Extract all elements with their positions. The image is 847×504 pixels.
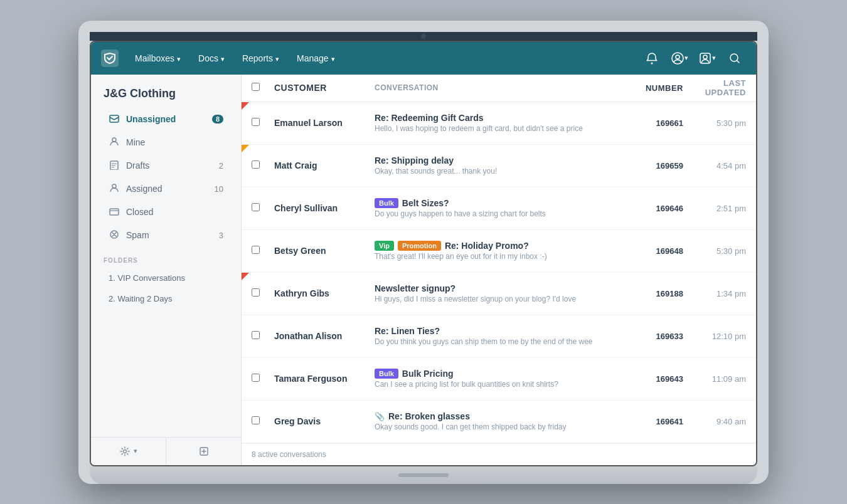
conversation-preview: Hello, I was hoping to redeem a gift car…: [375, 124, 627, 133]
sidebar-item-spam[interactable]: Spam 3: [96, 224, 236, 247]
table-row[interactable]: Jonathan Alison Re: Linen Ties? Do you t…: [242, 315, 756, 358]
subject-text: Re: Redeeming Gift Cards: [375, 113, 483, 123]
conversation-preview: That's great! I'll keep an eye out for i…: [375, 252, 627, 261]
sidebar-item-closed[interactable]: Closed: [96, 201, 236, 224]
conversation-subject: Re: Shipping delay: [375, 155, 627, 165]
subject-text: Bulk Pricing: [402, 369, 454, 379]
assigned-label: Assigned: [126, 184, 162, 194]
table-row[interactable]: Betsy Green VipPromotionRe: Holiday Prom…: [242, 230, 756, 273]
camera-dot: [421, 34, 426, 39]
conversation-subject: 📎Re: Broken glasses: [375, 411, 627, 421]
conversation-preview: Okay, that sounds great... thank you!: [375, 167, 627, 176]
conversation-number: 169643: [627, 374, 683, 384]
vip-tag: Vip: [375, 241, 394, 251]
row-checkbox[interactable]: [252, 203, 260, 211]
user-circle-icon[interactable]: [668, 47, 691, 70]
conversation-number: 169641: [627, 417, 683, 426]
bell-icon[interactable]: [641, 47, 663, 70]
row-checkbox[interactable]: [252, 331, 260, 339]
nav-reports[interactable]: Reports: [236, 48, 285, 68]
header-conversation: Conversation: [375, 83, 627, 92]
compose-button[interactable]: [166, 438, 241, 465]
subject-text: Re: Linen Ties?: [375, 326, 440, 336]
subject-text: Re: Shipping delay: [375, 155, 454, 165]
header-last-updated: Last Updated: [683, 78, 746, 97]
agent-icon[interactable]: [696, 47, 718, 70]
svg-point-1: [651, 62, 653, 64]
flag-red: [242, 273, 249, 280]
last-updated-time: 2:51 pm: [683, 204, 746, 213]
svg-point-5: [703, 55, 707, 59]
unassigned-label: Unassigned: [126, 114, 176, 124]
mine-icon: [109, 137, 120, 149]
customer-name: Betsy Green: [274, 246, 375, 256]
sidebar-item-unassigned[interactable]: Unassigned 8: [96, 108, 236, 131]
folder-waiting-2-days[interactable]: 2. Waiting 2 Days: [96, 288, 236, 309]
sidebar-item-mine[interactable]: Mine: [96, 131, 236, 154]
reports-chevron: [275, 53, 279, 63]
assigned-icon: [109, 183, 120, 195]
select-all-checkbox[interactable]: [252, 83, 260, 91]
conversation-content: Re: Shipping delay Okay, that sounds gre…: [375, 155, 627, 176]
conversation-content: Newsletter signup? Hi guys, did I miss a…: [375, 283, 627, 303]
table-row[interactable]: Tamara Ferguson BulkBulk Pricing Can I s…: [242, 358, 756, 401]
spam-badge: 3: [219, 231, 223, 240]
table-row[interactable]: Matt Craig Re: Shipping delay Okay, that…: [242, 145, 756, 187]
folder-vip-conversations[interactable]: 1. VIP Conversations: [96, 268, 236, 288]
svg-point-13: [123, 449, 126, 453]
customer-name: Emanuel Larson: [274, 118, 375, 128]
conversation-subject: VipPromotionRe: Holiday Promo?: [375, 241, 627, 251]
last-updated-time: 11:09 am: [683, 374, 746, 384]
bulk-tag: Bulk: [375, 369, 398, 379]
table-row[interactable]: Kathryn Gibs Newsletter signup? Hi guys,…: [242, 273, 756, 315]
table-row[interactable]: Cheryl Sullivan BulkBelt Sizes? Do you g…: [242, 187, 756, 230]
unassigned-badge: 8: [212, 115, 223, 123]
header-customer: Customer: [274, 83, 375, 93]
row-checkbox[interactable]: [252, 160, 260, 169]
active-conversations-count: 8 active conversations: [252, 450, 326, 459]
promotion-tag: Promotion: [398, 241, 441, 251]
app-logo[interactable]: [101, 50, 119, 67]
svg-point-10: [112, 184, 116, 188]
row-checkbox[interactable]: [252, 288, 260, 297]
svg-rect-11: [110, 209, 119, 215]
conversation-content: BulkBulk Pricing Can I see a pricing lis…: [375, 369, 627, 389]
table-row[interactable]: Emanuel Larson Re: Redeeming Gift Cards …: [242, 102, 756, 145]
nav-manage[interactable]: Manage: [290, 48, 341, 68]
row-checkbox[interactable]: [252, 416, 260, 424]
svg-point-8: [112, 138, 116, 142]
conversation-subject: Re: Linen Ties?: [375, 326, 627, 336]
customer-name: Kathryn Gibs: [274, 288, 375, 298]
nav-mailboxes[interactable]: Mailboxes: [129, 48, 187, 68]
docs-chevron: [221, 53, 225, 63]
conversation-subject: BulkBelt Sizes?: [375, 198, 627, 208]
drafts-label: Drafts: [126, 160, 149, 171]
conversation-number: 169661: [627, 118, 683, 128]
row-checkbox[interactable]: [252, 246, 260, 254]
svg-point-3: [676, 55, 679, 59]
sidebar-item-drafts[interactable]: Drafts 2: [96, 154, 236, 177]
table-row[interactable]: Greg Davis 📎Re: Broken glasses Okay soun…: [242, 401, 756, 443]
closed-icon: [109, 206, 120, 218]
settings-button[interactable]: [91, 438, 166, 465]
laptop-frame: Mailboxes Docs Reports Manage: [78, 21, 769, 484]
agent-chevron: [712, 54, 716, 62]
nav-docs[interactable]: Docs: [192, 48, 231, 68]
conversation-rows: Emanuel Larson Re: Redeeming Gift Cards …: [242, 102, 756, 443]
row-checkbox[interactable]: [252, 374, 260, 382]
conversation-number: 169188: [627, 289, 683, 298]
laptop-base: [90, 466, 757, 484]
mine-label: Mine: [126, 137, 145, 147]
search-icon[interactable]: [723, 47, 746, 70]
subject-text: Re: Broken glasses: [388, 411, 470, 421]
conversation-preview: Do you think you guys can ship them to m…: [375, 337, 627, 346]
conversation-subject: Re: Redeeming Gift Cards: [375, 113, 627, 123]
sidebar-item-assigned[interactable]: Assigned 10: [96, 177, 236, 201]
top-navigation: Mailboxes Docs Reports Manage: [91, 42, 756, 75]
sidebar: J&G Clothing Unassigned 8: [91, 75, 242, 465]
camera-notch: [90, 32, 757, 41]
conversation-number: 169659: [627, 161, 683, 171]
conversation-content: BulkBelt Sizes? Do you guys happen to ha…: [375, 198, 627, 218]
laptop-screen: Mailboxes Docs Reports Manage: [90, 41, 757, 466]
row-checkbox[interactable]: [252, 118, 260, 126]
